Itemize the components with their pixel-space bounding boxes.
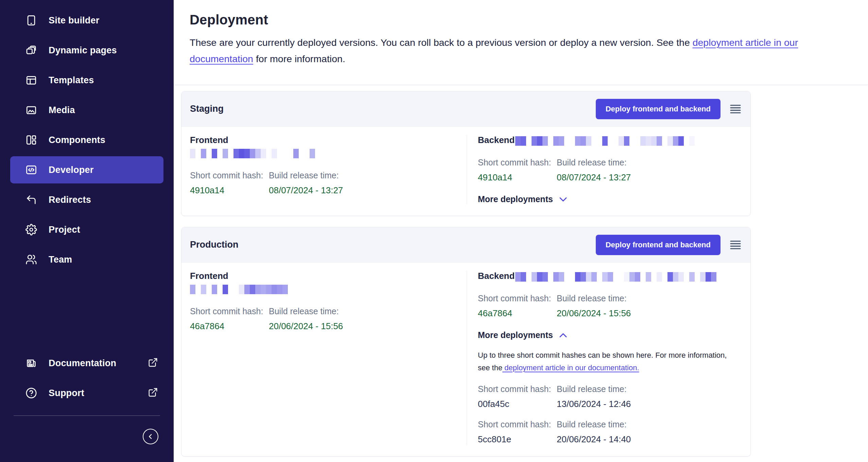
main-content: Deployment These are your currently depl… (174, 0, 868, 462)
environment-card-production: Production Deploy frontend and backend F… (181, 227, 751, 457)
more-deployments-label: More deployments (478, 330, 553, 340)
chevron-down-icon (559, 197, 567, 202)
sidebar-item-label: Project (49, 225, 80, 235)
commit-hash-value: 4910a14 (478, 172, 557, 183)
deployment-info: Short commit hash: Build release time: 4… (190, 171, 343, 196)
description-text: These are your currently deployed versio… (190, 37, 693, 48)
commit-hash-label: Short commit hash: (478, 158, 557, 167)
sidebar-item-developer[interactable]: Developer (10, 156, 163, 183)
build-time-value: 20/06/2024 - 14:40 (557, 434, 631, 445)
build-time-label: Build release time: (557, 384, 631, 394)
sidebar-item-label: Team (49, 254, 72, 265)
code-icon (25, 164, 37, 176)
external-link-icon (148, 357, 158, 369)
sidebar-item-label: Components (49, 135, 105, 145)
sidebar-item-components[interactable]: Components (10, 126, 163, 154)
card-header: Staging Deploy frontend and backend (181, 91, 750, 127)
more-deployments-toggle[interactable]: More deployments (478, 194, 567, 204)
sidebar-item-label: Developer (49, 165, 93, 175)
commit-hash-label: Short commit hash: (190, 171, 269, 180)
sidebar-footer: Documentation Support (0, 347, 174, 462)
sidebar-nav: Site builder Dynamic pages Templates Med… (0, 4, 174, 276)
more-deployments-label: More deployments (478, 194, 553, 204)
deployment-info: Short commit hash: Build release time: 4… (478, 158, 631, 183)
commit-hash-label: Short commit hash: (190, 306, 269, 316)
sidebar-item-label: Documentation (49, 358, 116, 369)
frontend-column: Frontend Short commit hash: Build releas… (190, 271, 467, 445)
deployment-article-link-small[interactable]: deployment article in our documentation. (502, 363, 639, 372)
sidebar-item-label: Media (49, 105, 75, 116)
page-description: These are your currently deployed versio… (190, 34, 848, 67)
users-icon (25, 254, 37, 265)
page-header: Deployment These are your currently depl… (174, 0, 868, 85)
frontend-label: Frontend (190, 135, 467, 145)
tablet-icon (25, 15, 37, 26)
build-time-label: Build release time: (557, 420, 631, 429)
app-root: Site builder Dynamic pages Templates Med… (0, 0, 868, 462)
more-deployments-toggle[interactable]: More deployments (478, 330, 567, 340)
sidebar-item-team[interactable]: Team (10, 246, 163, 273)
backend-column: Backend Short commit hash: Build release… (467, 271, 741, 445)
previous-deployment-info: Short commit hash: Build release time: 0… (478, 384, 631, 409)
sidebar-item-label: Site builder (49, 15, 99, 26)
sidebar-item-project[interactable]: Project (10, 216, 163, 243)
deployment-info: Short commit hash: Build release time: 4… (478, 294, 631, 319)
commit-hash-label: Short commit hash: (478, 420, 557, 429)
redacted-frontend-info (190, 149, 467, 158)
sidebar-item-label: Dynamic pages (49, 45, 117, 56)
sidebar-item-dynamic-pages[interactable]: Dynamic pages (10, 37, 163, 64)
sidebar-item-support[interactable]: Support (10, 379, 163, 407)
commit-hash-value: 46a7864 (478, 308, 557, 319)
frontend-label: Frontend (190, 271, 467, 281)
commit-hash-label: Short commit hash: (478, 384, 557, 394)
gear-icon (25, 224, 37, 235)
previous-deployment-info: Short commit hash: Build release time: 5… (478, 420, 631, 445)
deploy-button[interactable]: Deploy frontend and backend (596, 99, 721, 119)
commit-hash-value: 5cc801e (478, 434, 557, 445)
sidebar-item-media[interactable]: Media (10, 96, 163, 124)
stacked-pages-icon (25, 45, 37, 56)
sidebar-item-label: Redirects (49, 195, 91, 205)
build-time-value: 13/06/2024 - 12:46 (557, 399, 631, 409)
environment-name: Staging (190, 104, 596, 114)
sidebar-item-label: Support (49, 388, 84, 398)
card-body: Frontend Short commit hash: Build releas… (181, 127, 750, 216)
build-time-value: 08/07/2024 - 13:27 (557, 172, 631, 183)
redacted-backend-info (515, 272, 716, 282)
environment-name: Production (190, 239, 596, 250)
environment-card-staging: Staging Deploy frontend and backend Fron… (181, 91, 751, 216)
page-title: Deployment (190, 12, 848, 28)
environments-list: Staging Deploy frontend and backend Fron… (174, 85, 868, 457)
components-icon (25, 134, 37, 146)
sidebar: Site builder Dynamic pages Templates Med… (0, 0, 174, 462)
commit-hash-value: 4910a14 (190, 185, 269, 196)
sidebar-collapse-button[interactable] (143, 429, 158, 444)
list-menu-icon[interactable] (730, 104, 741, 114)
build-time-value: 20/06/2024 - 15:56 (557, 308, 631, 319)
build-time-label: Build release time: (269, 171, 343, 180)
sidebar-item-documentation[interactable]: Documentation (10, 350, 163, 377)
newspaper-icon (25, 357, 37, 369)
build-time-value: 08/07/2024 - 13:27 (269, 185, 343, 196)
redacted-frontend-info (190, 285, 467, 294)
list-menu-icon[interactable] (730, 240, 741, 250)
backend-label: Backend (478, 135, 515, 145)
sidebar-item-templates[interactable]: Templates (10, 67, 163, 94)
external-link-icon (148, 387, 158, 399)
redacted-backend-info (515, 136, 695, 146)
deploy-button[interactable]: Deploy frontend and backend (596, 235, 721, 255)
sidebar-item-redirects[interactable]: Redirects (10, 186, 163, 213)
help-circle-icon (25, 387, 37, 399)
chevron-up-icon (559, 333, 567, 338)
more-deployments-note: Up to three short commit hashes can be s… (478, 349, 741, 374)
card-body: Frontend Short commit hash: Build releas… (181, 263, 750, 456)
redirect-arrow-icon (25, 194, 37, 206)
layout-icon (25, 74, 37, 86)
sidebar-item-site-builder[interactable]: Site builder (10, 7, 163, 34)
description-text: for more information. (253, 53, 345, 64)
build-time-value: 20/06/2024 - 15:56 (269, 321, 343, 332)
sidebar-item-label: Templates (49, 75, 94, 86)
card-header: Production Deploy frontend and backend (181, 227, 750, 263)
build-time-label: Build release time: (269, 306, 343, 316)
backend-column: Backend Short commit hash: Build release… (467, 135, 741, 204)
